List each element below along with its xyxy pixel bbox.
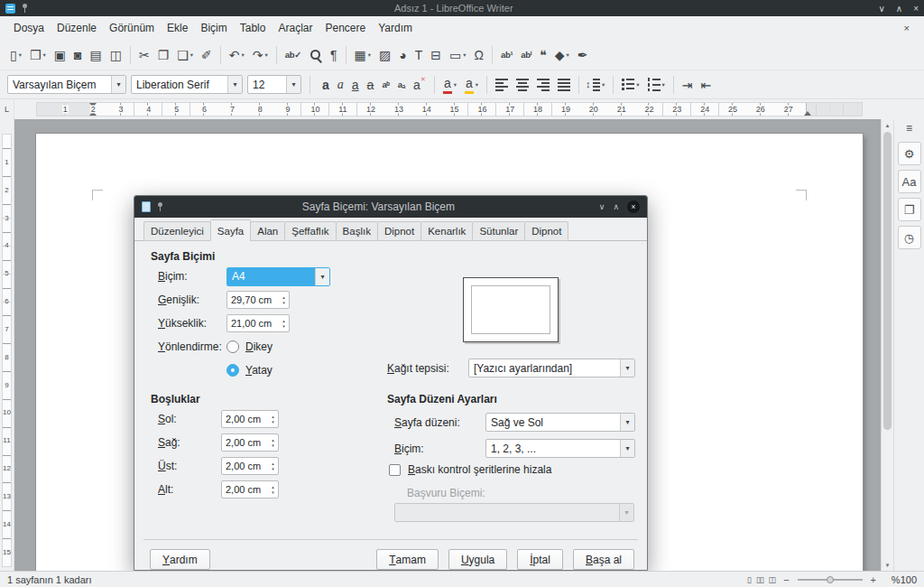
insert-chart-icon[interactable]: ◕: [395, 46, 410, 64]
cancel-button[interactable]: İptal: [517, 549, 563, 570]
redo-icon[interactable]: ↷▾: [249, 46, 272, 64]
strikethrough-icon[interactable]: a: [364, 76, 378, 94]
ok-button[interactable]: Tamam: [376, 549, 439, 570]
sidebar-navigator-icon[interactable]: ◷: [898, 226, 921, 249]
insert-endnote-icon[interactable]: abⁱ: [517, 48, 535, 62]
spin-down-icon[interactable]: [272, 443, 274, 448]
dialog-tab-duzenleyici[interactable]: Düzenleyici: [143, 221, 211, 241]
bullet-list-icon[interactable]: ▾: [618, 75, 642, 94]
new-document-icon[interactable]: ▯▾: [6, 46, 25, 64]
increase-indent-icon[interactable]: ⇥: [679, 76, 697, 94]
numbering-format-dropdown[interactable]: 1, 2, 3, ...: [485, 439, 635, 458]
dialog-titlebar[interactable]: Sayfa Biçemi: Varsayılan Biçem ∨ ∧ ×: [134, 196, 647, 218]
zoom-in-icon[interactable]: +: [871, 574, 876, 585]
insert-footnote-icon[interactable]: ab¹: [497, 48, 516, 62]
dropdown-arrow-icon[interactable]: ▾: [476, 81, 478, 89]
sidebar-styles-icon[interactable]: Aa: [898, 170, 921, 193]
dropdown-arrow-icon[interactable]: ▾: [454, 81, 457, 89]
open-icon[interactable]: ❒▾: [26, 46, 50, 64]
dialog-close-icon[interactable]: ×: [627, 200, 640, 213]
font-color-icon[interactable]: a▾: [439, 74, 460, 95]
chevron-down-icon[interactable]: [286, 76, 300, 93]
dialog-tab-dipnot[interactable]: Dipnot: [377, 221, 421, 241]
chevron-down-icon[interactable]: [620, 414, 634, 431]
sidebar-properties-icon[interactable]: ⚙: [898, 142, 921, 165]
paste-icon[interactable]: ❑▾: [173, 46, 197, 64]
landscape-option[interactable]: Yatay: [226, 364, 330, 377]
spin-down-icon[interactable]: [272, 490, 274, 495]
margin-bottom-spinner[interactable]: 2,00 cm: [221, 480, 279, 498]
spin-down-icon[interactable]: [272, 420, 274, 424]
print-icon[interactable]: ▤: [87, 46, 106, 64]
special-character-icon[interactable]: Ω: [471, 46, 487, 64]
numbered-list-icon[interactable]: ▾: [644, 75, 669, 94]
dialog-tab-dipnot[interactable]: Dipnot: [524, 221, 568, 241]
register-true-checkbox[interactable]: [389, 464, 401, 476]
height-spinner[interactable]: 21,00 cm: [226, 314, 290, 332]
menu-araclar[interactable]: Araçlar: [272, 18, 319, 38]
dialog-tab-kenarlik[interactable]: Kenarlık: [420, 221, 473, 241]
highlight-color-icon[interactable]: a▾: [461, 74, 482, 95]
spin-up-icon[interactable]: [282, 319, 285, 323]
menu-pencere[interactable]: Pencere: [319, 18, 372, 38]
spin-up-icon[interactable]: [272, 461, 274, 466]
dropdown-arrow-icon[interactable]: ▾: [368, 51, 371, 59]
menu-tablo[interactable]: Tablo: [234, 18, 273, 38]
menu-bicim[interactable]: Biçim: [194, 18, 233, 38]
dialog-roll-up-icon[interactable]: ∧: [613, 202, 619, 211]
chevron-down-icon[interactable]: [315, 268, 329, 285]
print-preview-icon[interactable]: ◫: [106, 46, 125, 64]
spin-down-icon[interactable]: [272, 467, 274, 471]
align-right-icon[interactable]: [533, 75, 553, 94]
chevron-down-icon[interactable]: [111, 76, 125, 93]
document-area[interactable]: Sayfa Biçemi: Varsayılan Biçem ∨ ∧ × Düz…: [14, 119, 881, 571]
dropdown-arrow-icon[interactable]: ▾: [190, 51, 193, 59]
bold-icon[interactable]: a: [319, 76, 333, 94]
underline-icon[interactable]: a: [348, 76, 363, 94]
save-icon[interactable]: ▣: [51, 46, 69, 64]
superscript-icon[interactable]: aᵇ: [378, 78, 393, 92]
italic-icon[interactable]: a: [334, 76, 347, 94]
dropdown-arrow-icon[interactable]: ▾: [19, 51, 22, 59]
sidebar-gallery-icon[interactable]: ❐: [898, 198, 921, 221]
subscript-icon[interactable]: aₐ: [394, 78, 409, 92]
scroll-down-icon[interactable]: [882, 559, 893, 571]
clear-formatting-icon[interactable]: a: [410, 76, 430, 94]
tab-stop-selector[interactable]: L: [0, 99, 14, 119]
spin-up-icon[interactable]: [272, 415, 274, 419]
insert-text-box-icon[interactable]: T: [411, 46, 427, 64]
dropdown-arrow-icon[interactable]: ▾: [662, 81, 665, 89]
maximize-icon[interactable]: ∧: [896, 4, 902, 14]
insert-image-icon[interactable]: ▨: [375, 46, 394, 64]
portrait-radio[interactable]: [226, 340, 239, 353]
close-document-icon[interactable]: ×: [897, 21, 917, 35]
paragraph-style-combo[interactable]: Varsayılan Biçem: [7, 75, 126, 94]
page-count-status[interactable]: 1 sayfanın 1 kadarı: [7, 574, 92, 585]
undo-icon[interactable]: ↶▾: [226, 46, 248, 64]
cut-icon[interactable]: ✂: [135, 46, 153, 64]
zoom-level[interactable]: %100: [884, 574, 917, 585]
spelling-icon[interactable]: ab✓: [282, 48, 305, 62]
reset-button[interactable]: Başa al: [573, 549, 634, 570]
font-size-combo[interactable]: 12: [247, 75, 301, 94]
line-spacing-icon[interactable]: ▾: [584, 75, 608, 94]
margin-right-spinner[interactable]: 2,00 cm: [221, 433, 279, 452]
page-format-dropdown[interactable]: A4: [226, 267, 330, 286]
dropdown-arrow-icon[interactable]: ▾: [636, 81, 639, 89]
menu-gorunum[interactable]: Görünüm: [103, 18, 161, 38]
copy-icon[interactable]: ❐: [154, 46, 173, 64]
align-center-icon[interactable]: [513, 75, 532, 94]
horizontal-ruler[interactable]: 1234567891011121314151617181920212223242…: [14, 99, 924, 119]
view-single-page-icon[interactable]: ▯: [747, 575, 751, 584]
vertical-scrollbar[interactable]: [881, 119, 893, 571]
menu-yardim[interactable]: Yardım: [372, 18, 419, 38]
formatting-marks-icon[interactable]: ¶: [327, 46, 341, 64]
insert-comment-icon[interactable]: ❝: [536, 46, 550, 64]
decrease-indent-icon[interactable]: ⇤: [698, 76, 716, 94]
dropdown-arrow-icon[interactable]: ▾: [265, 51, 268, 59]
spin-down-icon[interactable]: [282, 324, 285, 329]
minimize-icon[interactable]: ∨: [879, 4, 885, 14]
zoom-out-icon[interactable]: −: [783, 574, 789, 585]
page-layout-dropdown[interactable]: Sağ ve Sol: [485, 413, 635, 432]
clone-formatting-icon[interactable]: ✐: [198, 46, 216, 64]
